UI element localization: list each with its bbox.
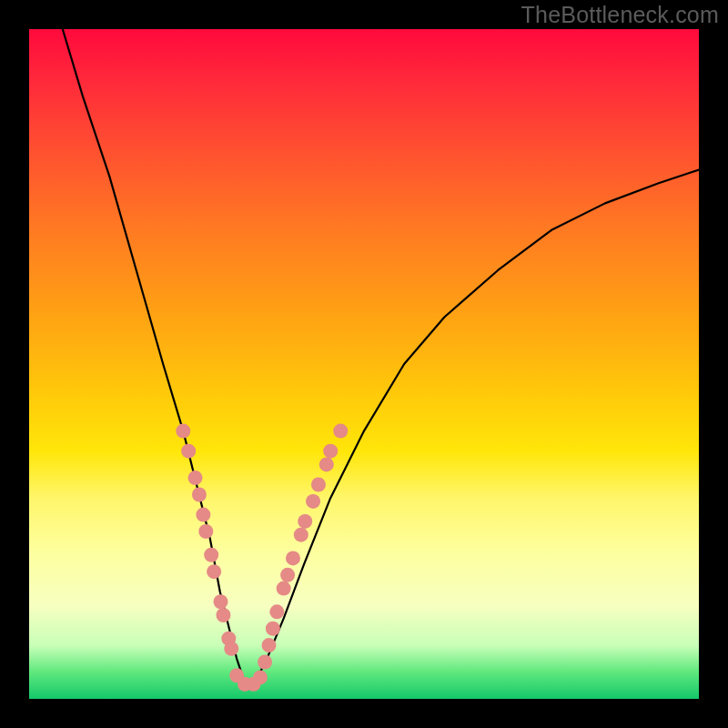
marker-dot xyxy=(188,470,203,485)
watermark-text: TheBottleneck.com xyxy=(521,2,719,28)
marker-dot xyxy=(224,642,238,656)
marker-dot xyxy=(181,444,196,459)
marker-dot xyxy=(261,638,276,652)
marker-dot xyxy=(298,514,312,529)
marker-dot xyxy=(266,622,280,636)
marker-dot xyxy=(277,581,291,596)
marker-dot xyxy=(269,604,284,619)
marker-dot xyxy=(204,548,218,562)
marker-dot xyxy=(286,551,300,565)
marker-dot xyxy=(192,488,207,502)
marker-dot xyxy=(207,564,221,579)
marker-dot xyxy=(280,568,295,582)
marker-dot xyxy=(216,608,230,622)
marker-dot xyxy=(253,670,268,684)
marker-dot xyxy=(198,524,213,539)
marker-dot xyxy=(319,457,334,471)
marker-dot xyxy=(311,477,326,491)
marker-dot xyxy=(258,655,272,670)
marker-dot xyxy=(294,528,308,542)
marker-dot xyxy=(306,494,320,509)
marker-dot xyxy=(214,594,228,609)
marker-dot xyxy=(333,424,348,439)
chart-frame: TheBottleneck.com xyxy=(0,0,728,728)
marker-dots xyxy=(176,424,348,692)
curve-svg xyxy=(29,29,699,699)
marker-dot xyxy=(323,444,338,459)
marker-dot xyxy=(176,424,190,439)
plot-area xyxy=(29,29,699,699)
marker-dot xyxy=(196,508,210,522)
bottleneck-curve xyxy=(63,29,699,685)
